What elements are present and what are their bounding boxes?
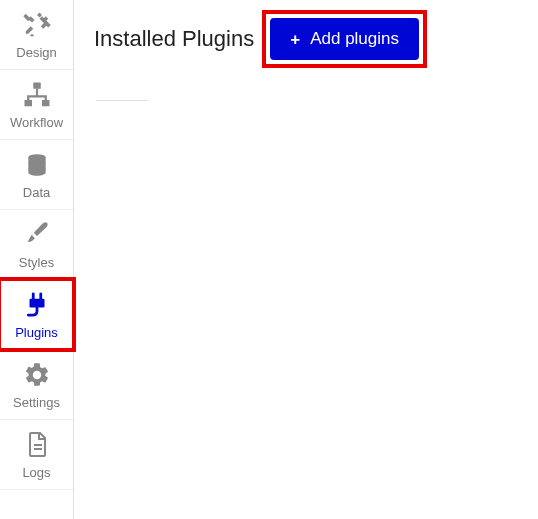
sidebar-item-label: Logs xyxy=(22,465,50,480)
svg-rect-0 xyxy=(33,83,41,89)
sidebar-item-settings[interactable]: Settings xyxy=(0,350,73,420)
add-plugins-button[interactable]: + Add plugins xyxy=(270,18,419,60)
sidebar-item-label: Settings xyxy=(13,395,60,410)
plug-icon xyxy=(22,289,52,321)
database-icon xyxy=(24,149,50,181)
sidebar-item-label: Design xyxy=(16,45,56,60)
plus-icon: + xyxy=(290,31,300,48)
design-tools-icon xyxy=(22,9,52,41)
svg-rect-2 xyxy=(42,100,50,106)
logs-file-icon xyxy=(25,429,49,461)
divider-stub xyxy=(96,100,148,101)
sidebar-item-data[interactable]: Data xyxy=(0,140,73,210)
sidebar-item-label: Workflow xyxy=(10,115,63,130)
gear-icon xyxy=(23,359,51,391)
sidebar-item-label: Plugins xyxy=(15,325,58,340)
add-button-label: Add plugins xyxy=(310,29,399,49)
sidebar-item-styles[interactable]: Styles xyxy=(0,210,73,280)
paintbrush-icon xyxy=(24,219,50,251)
sidebar-item-logs[interactable]: Logs xyxy=(0,420,73,490)
sidebar-item-workflow[interactable]: Workflow xyxy=(0,70,73,140)
sidebar-item-design[interactable]: Design xyxy=(0,0,73,70)
sitemap-icon xyxy=(22,79,52,111)
main-content: Installed Plugins + Add plugins xyxy=(74,0,538,519)
sidebar-item-plugins[interactable]: Plugins xyxy=(0,280,73,350)
page-title: Installed Plugins xyxy=(94,26,254,52)
sidebar-item-label: Data xyxy=(23,185,50,200)
svg-rect-1 xyxy=(24,100,32,106)
add-button-wrap: + Add plugins xyxy=(270,18,419,60)
header-row: Installed Plugins + Add plugins xyxy=(94,18,518,60)
sidebar-item-label: Styles xyxy=(19,255,54,270)
sidebar: Design Workflow Data xyxy=(0,0,74,519)
